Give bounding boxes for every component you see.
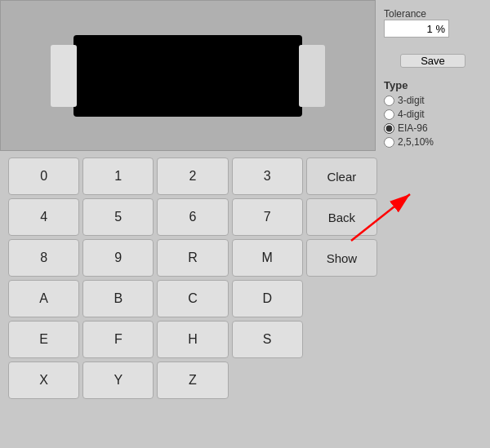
- radio-2510[interactable]: 2,5,10%: [384, 136, 434, 148]
- key-b-button[interactable]: B: [82, 280, 154, 317]
- key-6-button[interactable]: 6: [157, 198, 228, 236]
- component-display: [0, 0, 376, 151]
- radio-4digit-label: 4-digit: [398, 109, 425, 120]
- radio-eia96-label: EIA-96: [398, 122, 428, 134]
- keypad-grid: 0123Clear4567Back89RMShowABCDEFHSXYZ: [8, 157, 384, 399]
- key-empty: [306, 321, 377, 358]
- resistor-cap-left: [51, 45, 77, 107]
- key-back-button[interactable]: Back: [306, 198, 377, 236]
- key-7-button[interactable]: 7: [232, 198, 303, 236]
- type-label: Type: [384, 79, 434, 91]
- key-empty: [306, 362, 377, 399]
- key-clear-button[interactable]: Clear: [306, 157, 377, 195]
- radio-eia96[interactable]: EIA-96: [384, 122, 434, 134]
- key-d-button[interactable]: D: [232, 280, 303, 317]
- key-2-button[interactable]: 2: [157, 157, 228, 195]
- radio-4digit[interactable]: 4-digit: [384, 109, 434, 120]
- key-y-button[interactable]: Y: [82, 362, 154, 399]
- key-h-button[interactable]: H: [157, 321, 228, 358]
- key-m-button[interactable]: M: [232, 239, 303, 277]
- key-s-button[interactable]: S: [232, 321, 303, 358]
- key-a-button[interactable]: A: [8, 280, 79, 317]
- key-c-button[interactable]: C: [157, 280, 228, 317]
- key-9-button[interactable]: 9: [82, 239, 154, 277]
- type-section: Type 3-digit 4-digit EIA-96 2,5,10%: [384, 79, 434, 150]
- radio-2510-label: 2,5,10%: [398, 136, 434, 148]
- key-3-button[interactable]: 3: [232, 157, 303, 195]
- key-f-button[interactable]: F: [82, 321, 154, 358]
- key-r-button[interactable]: R: [157, 239, 228, 277]
- key-5-button[interactable]: 5: [82, 198, 154, 236]
- right-panel: Tolerance Save Type 3-digit 4-digit EIA-…: [376, 0, 490, 151]
- key-1-button[interactable]: 1: [82, 157, 154, 195]
- key-empty: [232, 362, 303, 399]
- key-0-button[interactable]: 0: [8, 157, 79, 195]
- key-show-button[interactable]: Show: [306, 239, 377, 277]
- tolerance-label: Tolerance: [384, 8, 482, 20]
- key-z-button[interactable]: Z: [157, 362, 228, 399]
- keypad-area: 0123Clear4567Back89RMShowABCDEFHSXYZ: [0, 151, 490, 406]
- resistor-cap-right: [299, 45, 325, 107]
- radio-3digit-label: 3-digit: [398, 95, 425, 106]
- key-e-button[interactable]: E: [8, 321, 79, 358]
- key-4-button[interactable]: 4: [8, 198, 79, 236]
- radio-3digit[interactable]: 3-digit: [384, 95, 434, 106]
- key-x-button[interactable]: X: [8, 362, 79, 399]
- tolerance-input[interactable]: [384, 20, 449, 38]
- key-empty: [306, 280, 377, 317]
- save-button[interactable]: Save: [400, 54, 466, 68]
- key-8-button[interactable]: 8: [8, 239, 79, 277]
- resistor-body: [74, 35, 302, 117]
